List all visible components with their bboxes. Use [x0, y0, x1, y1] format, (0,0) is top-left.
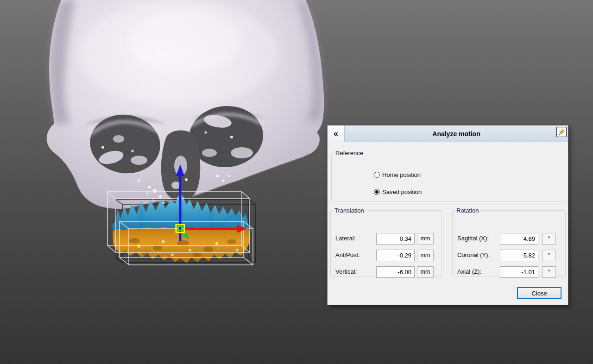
- close-button[interactable]: Close: [517, 287, 561, 299]
- radio-saved-position[interactable]: Saved position: [374, 188, 422, 195]
- pin-button[interactable]: [556, 127, 567, 137]
- panel-title: Analyze motion: [345, 130, 568, 138]
- rotation-group: Rotation Sagittal (X): 4.89 ° Coronal (Y…: [452, 207, 566, 276]
- radio-icon: [374, 189, 380, 195]
- axial-value-field[interactable]: -1.01: [500, 266, 538, 278]
- rotation-group-label: Rotation: [454, 207, 480, 214]
- sagittal-unit: °: [542, 233, 556, 245]
- reference-group: Reference Home position Saved position: [331, 150, 564, 201]
- vertical-value-field[interactable]: -6.00: [376, 266, 415, 278]
- radio-home-position[interactable]: Home position: [374, 171, 421, 178]
- analyze-motion-panel: « Analyze motion Reference Home position…: [327, 125, 568, 305]
- coronal-label: Coronal (Y):: [457, 251, 490, 258]
- collapse-panel-button[interactable]: «: [328, 126, 345, 142]
- radio-saved-position-label: Saved position: [382, 188, 422, 195]
- radio-home-position-label: Home position: [382, 171, 421, 178]
- axial-unit: °: [542, 266, 556, 278]
- coronal-unit: °: [542, 250, 556, 261]
- vertical-label: Vertical:: [335, 268, 357, 275]
- antpost-unit: mm: [417, 250, 434, 261]
- antpost-value-field[interactable]: -0.29: [376, 250, 415, 261]
- lateral-label: Lateral:: [335, 235, 355, 242]
- vertical-unit: mm: [417, 266, 434, 278]
- coronal-value-field[interactable]: -5.82: [500, 250, 538, 261]
- translation-group-label: Translation: [333, 207, 366, 214]
- reference-group-label: Reference: [334, 150, 365, 157]
- lateral-unit: mm: [417, 233, 434, 245]
- translation-group: Translation Lateral: 0.34 mm Ant/Post: -…: [330, 207, 442, 276]
- pushpin-icon: [558, 129, 565, 136]
- lateral-value-field[interactable]: 0.34: [376, 233, 415, 245]
- radio-icon: [374, 172, 380, 178]
- axial-label: Axial (Z):: [457, 268, 481, 275]
- sagittal-label: Sagittal (X):: [457, 235, 489, 242]
- panel-header: « Analyze motion: [328, 126, 568, 142]
- antpost-label: Ant/Post:: [335, 251, 360, 258]
- sagittal-value-field[interactable]: 4.89: [500, 233, 538, 245]
- skull-model: [47, 0, 324, 209]
